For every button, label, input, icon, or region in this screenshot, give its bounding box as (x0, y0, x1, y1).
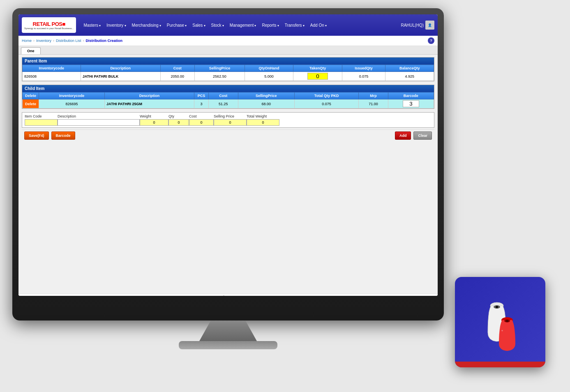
nav-stock[interactable]: Stock (209, 21, 226, 29)
parent-taken-qty-input[interactable] (307, 73, 328, 80)
form-row: Item Code Description Weight Qty Cost Se… (22, 112, 434, 128)
col-qty-on-hand: QtyOnHand (245, 65, 293, 72)
col-description: Description (81, 65, 160, 72)
label-description: Description (58, 114, 140, 118)
parent-table: Inventorycode Description Cost SellingPr… (22, 65, 434, 81)
breadcrumb: Home › Inventory › Distribution List › D… (18, 36, 438, 46)
svg-point-2 (496, 306, 498, 308)
parent-cost: 2050.00 (160, 72, 194, 81)
label-selling-price: Selling Price (214, 114, 247, 118)
parent-item-section: Parent Item Inventorycode Description Co… (22, 57, 434, 81)
logo-text: RETAIL POS■ (33, 21, 65, 27)
child-col-sp: SellingPrice (238, 92, 294, 99)
child-mrp: 71.00 (359, 99, 388, 108)
tabs-row: One (18, 46, 438, 55)
bags-illustration (467, 287, 533, 357)
child-item-header: Child Item (22, 85, 434, 92)
input-total-weight[interactable] (247, 119, 279, 126)
nav-addon[interactable]: Add On (308, 21, 329, 29)
col-inventorycode: Inventorycode (23, 65, 81, 72)
label-qty: Qty (168, 114, 189, 118)
child-col-pcs: PCS (194, 92, 208, 99)
nav-transfers[interactable]: Transfers (282, 21, 307, 29)
child-col-cost: Cost (208, 92, 238, 99)
app-ui: RETAIL POS■ Synergy to succeed in your R… (18, 14, 438, 296)
label-cost: Cost (189, 114, 214, 118)
input-qty[interactable] (168, 119, 189, 126)
col-cost: Cost (160, 65, 194, 72)
col-taken-qty: TakenQty (293, 65, 342, 72)
barcode-button[interactable]: Barcode (51, 131, 75, 140)
nav-merchandising[interactable]: Merchandising (129, 21, 164, 29)
parent-inventorycode: 826508 (23, 72, 81, 81)
child-row: Delete 826695 JATHI PATHRI 25GM 3 51.25 … (23, 99, 434, 108)
promo-card (455, 277, 545, 367)
monitor-screen: RETAIL POS■ Synergy to succeed in your R… (18, 14, 438, 296)
parent-description: JATHI PATHRI BULK (81, 72, 160, 81)
label-total-weight: Total Weight (247, 114, 279, 118)
input-selling-price[interactable] (214, 119, 247, 126)
input-item-code[interactable] (25, 119, 58, 126)
child-delete-btn[interactable]: Delete (23, 99, 39, 108)
input-description[interactable] (58, 119, 140, 126)
breadcrumb-current: Distribution Creation (86, 39, 123, 43)
svg-point-5 (506, 320, 508, 322)
input-weight[interactable] (140, 119, 168, 126)
child-table-wrap: Delete Inventorycode Description PCS Cos… (22, 92, 434, 108)
monitor-shell: RETAIL POS■ Synergy to succeed in your R… (12, 8, 444, 321)
nav-inventory[interactable]: Inventory (104, 21, 128, 29)
child-col-delete: Delete (23, 92, 39, 99)
child-barcode-cell (388, 99, 434, 108)
parent-selling-price: 2562.50 (195, 72, 245, 81)
help-button[interactable]: ? (428, 37, 434, 44)
save-button[interactable]: Save(F4) (24, 131, 49, 140)
parent-taken-qty-cell (293, 72, 342, 81)
child-pcs: 3 (194, 99, 208, 108)
child-col-mrp: Mrp (359, 92, 388, 99)
app-footer: This Retail POS Product is best viewed i… (18, 293, 438, 296)
child-barcode-input[interactable] (403, 100, 419, 107)
parent-item-header: Parent Item (22, 58, 434, 65)
child-item-section: Child Item Delete Inventorycode Descript… (22, 85, 434, 109)
add-button[interactable]: Add (395, 131, 411, 140)
footer-text1: This Retail POS Product is best viewed i… (108, 295, 214, 296)
label-weight: Weight (140, 114, 168, 118)
nav-management[interactable]: Management (227, 21, 259, 29)
red-bag (499, 317, 515, 351)
form-labels: Item Code Description Weight Qty Cost Se… (25, 114, 432, 118)
child-col-desc: Description (105, 92, 194, 99)
footer-link[interactable]: Uniprotech Solution (320, 295, 348, 296)
breadcrumb-distribution-list[interactable]: Distribution List (56, 39, 81, 43)
child-total-qty: 0.075 (294, 99, 358, 108)
nav-reports[interactable]: Reports (259, 21, 281, 29)
col-balance-qty: BalanceQty (385, 65, 434, 72)
child-sp: 68.00 (238, 99, 294, 108)
label-item-code: Item Code (25, 114, 58, 118)
nav-sales[interactable]: Sales (190, 21, 208, 29)
logo: RETAIL POS■ Synergy to succeed in your R… (22, 17, 76, 33)
form-inputs (25, 119, 432, 126)
footer-text2: © 2021 Uniprotech. All rights reserved |… (222, 295, 318, 296)
breadcrumb-inventory[interactable]: Inventory (36, 39, 51, 43)
child-desc: JATHI PATHRI 25GM (105, 99, 194, 108)
monitor-base (179, 341, 277, 349)
breadcrumb-home[interactable]: Home (22, 39, 32, 43)
nav-masters[interactable]: Masters (81, 21, 103, 29)
parent-qty-on-hand: 5.000 (245, 72, 293, 81)
child-col-total-qty: Total Qty PKD (294, 92, 358, 99)
child-cost: 51.25 (208, 99, 238, 108)
col-selling-price: SellingPrice (195, 65, 245, 72)
tab-one[interactable]: One (21, 47, 41, 54)
main-content: Parent Item Inventorycode Description Co… (18, 55, 438, 293)
nav-purchase[interactable]: Purchase (164, 21, 189, 29)
child-col-barcode: Barcode (388, 92, 434, 99)
input-cost[interactable] (189, 119, 214, 126)
parent-table-wrap: Inventorycode Description Cost SellingPr… (22, 65, 434, 81)
monitor-stand (199, 321, 257, 341)
user-area: RAHUL(HQ) 👤 (401, 21, 434, 30)
logo-sub: Synergy to succeed in your Retail Busine… (24, 27, 74, 30)
clear-button[interactable]: Clear (413, 131, 432, 140)
navbar: RETAIL POS■ Synergy to succeed in your R… (18, 14, 438, 36)
child-table: Delete Inventorycode Description PCS Cos… (22, 92, 434, 108)
parent-balance-qty: 4.925 (385, 72, 434, 81)
